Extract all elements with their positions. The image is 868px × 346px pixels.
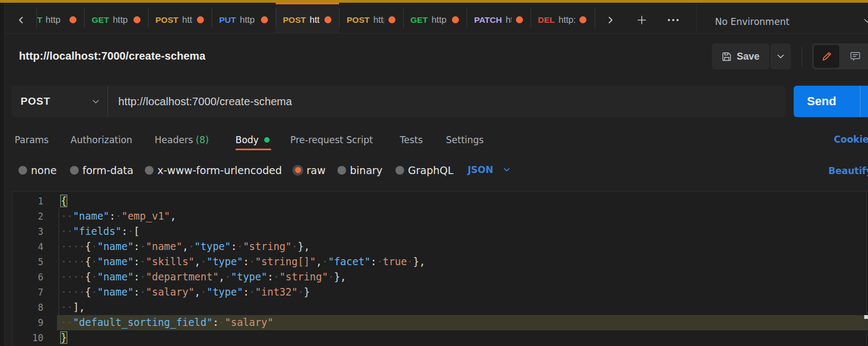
scroll-tabs-left-button[interactable] [5,3,36,33]
request-tab[interactable]: DEL http: [531,3,595,33]
url-input[interactable]: http://localhost:7000/create-schema [118,86,292,117]
line-number: 6 [12,270,43,285]
unsaved-changes-dot [69,16,76,23]
request-tab[interactable]: GET http [84,3,148,33]
radio-icon [145,166,154,175]
tab-body[interactable]: Body [235,133,270,146]
radio-icon [395,166,404,175]
comment-icon [850,51,861,62]
cookies-link[interactable]: Cookies [834,134,868,145]
line-number: 4 [12,239,43,254]
url-bar-divider [107,86,108,117]
request-tab-title: ht [506,15,511,25]
tab-actions [595,3,689,33]
request-tab-title: http [431,15,446,25]
code-text: ····{·"name":·"name",·"type":·"string"·}… [61,239,310,254]
environment-selector[interactable]: No Environment [696,3,868,33]
request-tab[interactable]: PUT http [212,3,276,33]
chevron-down-icon [503,166,510,174]
tab-label: Settings [446,134,484,145]
overview-ruler-border [866,191,867,346]
unsaved-changes-dot [324,16,331,23]
chevron-down-icon [92,98,100,106]
radio-label: none [31,164,56,176]
tab-options-button[interactable] [658,3,689,33]
unsaved-changes-dot [516,16,523,23]
tab-tests[interactable]: Tests [400,133,423,146]
body-mode-raw[interactable]: raw [293,165,326,175]
code-text: ··"default_sorting_field":·"salary" [61,315,273,330]
tab-headers[interactable]: Headers(8) [155,133,209,146]
comments-button[interactable] [843,45,868,68]
code-text: ····{·"name":·"skills",·"type":·"string[… [61,254,425,270]
method-select-value: POST [21,95,50,107]
method-select[interactable]: POST [11,86,107,117]
save-options-button[interactable] [770,43,791,69]
code-line: 8··], [12,300,868,315]
pencil-icon [821,51,832,62]
request-tab[interactable]: GET http [403,3,467,33]
request-tab-method: POST [156,15,178,25]
code-line: 9··"default_sorting_field":·"salary" [12,315,868,330]
code-line: 4····{·"name":·"name",·"type":·"string"·… [12,239,868,254]
code-line: 2··"name":·"emp_v1", [12,209,868,224]
request-tab[interactable]: GET http [36,3,84,33]
unsaved-changes-dot [579,16,586,23]
code-text: ····{·"name":·"department",·"type":·"str… [61,270,346,285]
line-number: 1 [12,194,43,209]
request-tab-title: http [182,15,193,25]
tab-params[interactable]: Params [15,133,49,146]
chevron-left-icon [17,16,25,24]
language-select[interactable]: JSON [468,164,510,175]
radio-label: x-www-form-urlencoded [157,164,282,176]
unsaved-changes-dot [133,16,141,23]
tab-label: Tests [400,134,423,145]
beautify-link[interactable]: Beautify [828,165,868,176]
tab-authorization[interactable]: Authorization [71,133,132,146]
request-tab-active[interactable]: POST htt [276,3,340,33]
tab-settings[interactable]: Settings [446,133,484,146]
url-bar: POST http://localhost:7000/create-schema [11,86,786,117]
ellipsis-icon [667,18,679,22]
body-editor[interactable]: 1{2··"name":·"emp_v1",3··"fields":·[4···… [12,191,868,346]
tab-label: Authorization [71,134,132,145]
body-mode-binary[interactable]: binary [337,165,382,175]
save-icon [722,52,732,62]
body-mode-form-data[interactable]: form-data [70,165,133,175]
request-tab[interactable]: PATCH ht [467,3,531,33]
code-text: ··], [61,300,85,315]
request-tab-method: POST [283,15,306,25]
open-new-tab-button[interactable] [626,3,658,33]
line-number: 9 [12,315,43,330]
radio-label: binary [350,164,382,176]
request-title: http://localhost:7000/create-schema [19,50,206,62]
chevron-right-icon [606,16,615,24]
edit-documentation-button[interactable] [814,45,839,68]
body-mode-graphql[interactable]: GraphQL [395,165,454,175]
send-button[interactable]: Send [794,86,868,117]
body-mode-x-www-form-urlencoded[interactable]: x-www-form-urlencoded [145,165,282,175]
send-button-label: Send [794,86,850,117]
tab-label: Params [15,134,49,145]
scroll-tabs-right-button[interactable] [595,3,626,33]
request-tab-method: PATCH [474,15,502,25]
request-tab-title: http [46,15,61,25]
chevron-down-icon [863,16,868,25]
tab-pre-request-script[interactable]: Pre-request Script [290,133,373,146]
body-mode-none[interactable]: none [18,165,56,175]
request-tab-method: POST [347,15,369,25]
code-line: 7····{·"name":·"salary",·"type":·"int32"… [12,285,868,300]
code-line: 1{ [12,194,868,209]
request-tab[interactable]: POST http [148,3,212,33]
body-modified-dot [264,137,270,143]
save-button[interactable]: Save [712,43,769,69]
line-number: 3 [12,224,43,239]
code-line: 6····{·"name":·"department",·"type":·"st… [12,270,868,285]
radio-icon [18,166,27,175]
radio-label: GraphQL [408,164,454,176]
radio-label: form-data [82,164,133,176]
code-line: 10} [12,330,868,345]
request-tab[interactable]: POST http [339,3,403,33]
request-tab-title: http [240,15,255,25]
left-pane-edge [0,3,5,346]
